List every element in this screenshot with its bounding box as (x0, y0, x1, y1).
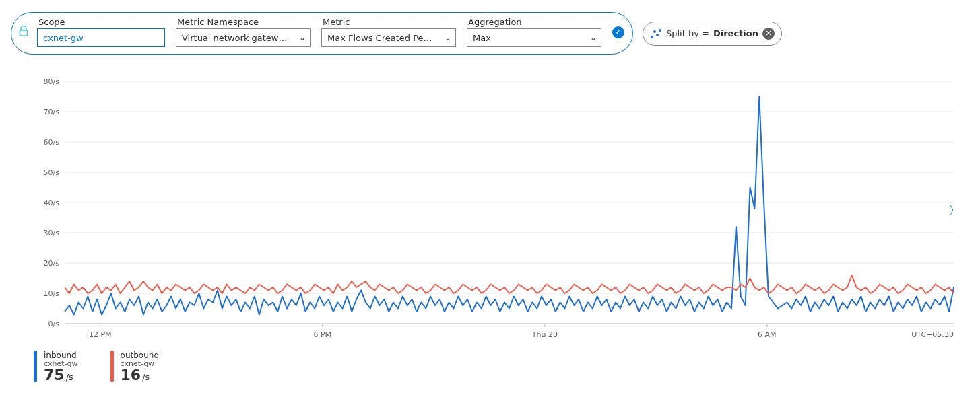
pan-right-button[interactable]: 〉 (948, 203, 962, 218)
split-by-chip[interactable]: Split by = Direction ✕ (643, 22, 782, 46)
scope-field: Scope (37, 17, 165, 47)
metric-select[interactable]: Max Flows Created Per ... ⌄ (321, 28, 456, 47)
scope-label: Scope (37, 17, 165, 27)
scatter-icon (650, 28, 662, 40)
aggregation-label: Aggregation (467, 17, 601, 27)
svg-rect-0 (20, 30, 28, 36)
chart-container: 0/s10/s20/s30/s40/s50/s60/s70/s80/s12 PM… (24, 76, 957, 345)
check-icon: ✓ (612, 26, 624, 38)
aggregation-field: Aggregation Max ⌄ (467, 17, 601, 47)
svg-text:Thu 20: Thu 20 (531, 330, 558, 339)
metric-value: Max Flows Created Per ... (327, 33, 435, 43)
svg-point-2 (653, 30, 656, 33)
chevron-down-icon: ⌄ (299, 33, 306, 42)
svg-point-4 (659, 29, 661, 32)
metric-label: Metric (321, 17, 456, 27)
svg-text:40/s: 40/s (44, 198, 60, 207)
chevron-down-icon: ⌄ (590, 33, 597, 42)
svg-text:20/s: 20/s (44, 259, 60, 268)
metric-field: Metric Max Flows Created Per ... ⌄ (321, 17, 456, 47)
svg-text:70/s: 70/s (44, 108, 60, 116)
metric-filter-pill: Scope Metric Namespace Virtual network g… (11, 12, 633, 55)
chevron-down-icon: ⌄ (445, 33, 451, 42)
lock-icon (18, 25, 29, 39)
split-by-value: Direction (713, 28, 758, 38)
legend-outbound-value: 16 (121, 367, 141, 384)
legend-color-outbound (110, 351, 114, 382)
aggregation-select[interactable]: Max ⌄ (467, 28, 601, 47)
namespace-select[interactable]: Virtual network gatewa... ⌄ (176, 28, 311, 47)
namespace-label: Metric Namespace (176, 17, 311, 27)
metrics-chart: 0/s10/s20/s30/s40/s50/s60/s70/s80/s12 PM… (24, 76, 967, 345)
svg-text:30/s: 30/s (44, 229, 60, 238)
svg-point-3 (656, 34, 659, 36)
legend-inbound[interactable]: inbound cxnet-gw 75/s (34, 351, 78, 384)
remove-split-icon[interactable]: ✕ (762, 28, 775, 40)
svg-point-1 (651, 36, 653, 38)
legend-color-inbound (34, 351, 37, 382)
legend-outbound-name: outbound (121, 351, 159, 360)
legend-outbound-unit: /s (142, 372, 150, 382)
svg-text:60/s: 60/s (44, 138, 60, 147)
legend-inbound-value: 75 (44, 367, 65, 384)
aggregation-value: Max (473, 33, 491, 43)
svg-text:0/s: 0/s (48, 320, 60, 328)
scope-input[interactable] (37, 28, 165, 47)
svg-text:6 AM: 6 AM (758, 330, 777, 339)
legend-inbound-unit: /s (66, 372, 73, 382)
filter-row: Scope Metric Namespace Virtual network g… (11, 12, 969, 55)
svg-text:50/s: 50/s (44, 168, 60, 177)
split-by-prefix: Split by = (666, 28, 709, 38)
namespace-value: Virtual network gatewa... (182, 33, 290, 43)
svg-text:6 PM: 6 PM (313, 330, 331, 339)
legend-inbound-name: inbound (44, 351, 78, 360)
svg-text:80/s: 80/s (44, 77, 60, 86)
svg-text:12 PM: 12 PM (89, 330, 112, 339)
namespace-field: Metric Namespace Virtual network gatewa.… (176, 17, 311, 47)
svg-text:UTC+05:30: UTC+05:30 (911, 330, 954, 339)
legend: inbound cxnet-gw 75/s outbound cxnet-gw … (34, 351, 969, 384)
legend-outbound[interactable]: outbound cxnet-gw 16/s (110, 351, 159, 384)
svg-text:10/s: 10/s (44, 289, 60, 298)
